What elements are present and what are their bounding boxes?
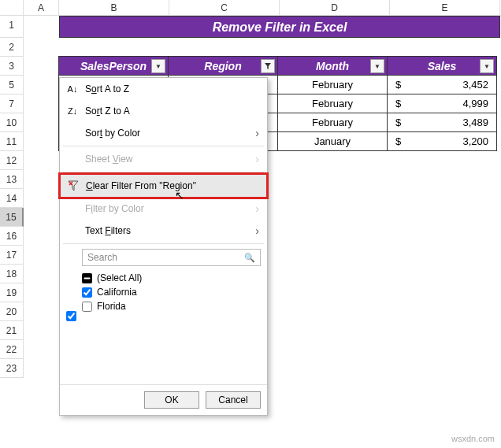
filter-context-menu: A↓ Sort A to Z Z↓ Sort Z to A Sort by Co… [59,77,268,416]
filter-dropdown-icon[interactable]: ▼ [480,59,494,73]
clear-filter-item[interactable]: Clear Filter From "Region" [61,175,266,197]
text-filters-item[interactable]: Text Filters [60,220,267,242]
checkbox[interactable] [82,273,92,283]
checkbox-label: Florida [97,301,126,312]
button-row: OK Cancel [60,384,267,415]
row-header[interactable]: 21 [0,321,24,340]
sort-by-color-item[interactable]: Sort by Color [60,122,267,144]
header-label: Sales [428,60,457,72]
row-header[interactable]: 13 [0,170,24,189]
filter-dropdown-icon[interactable]: ▼ [370,59,384,73]
row-header[interactable]: 16 [0,227,24,246]
row-header[interactable]: 15 [0,208,24,227]
row-header[interactable]: 2 [0,38,24,57]
col-header-A[interactable]: A [24,0,59,15]
watermark: wsxdn.com [451,434,495,443]
search-input[interactable]: Search [82,249,261,266]
filter-by-color-item: Filter by Color [60,198,267,220]
filter-dropdown-icon[interactable]: ▼ [151,59,165,73]
sort-az-item[interactable]: A↓ Sort A to Z [60,78,267,100]
row-header[interactable]: 18 [0,265,24,283]
row-header[interactable]: 1 [0,16,24,38]
checkbox[interactable] [82,302,92,312]
select-all-corner[interactable] [0,0,24,15]
ok-button[interactable]: OK [144,391,199,409]
row-header[interactable]: 5 [0,76,24,94]
cell-sales[interactable]: $3,452 [387,75,497,94]
col-header-C[interactable]: C [169,0,280,15]
clear-filter-icon [67,180,80,192]
row-header[interactable]: 20 [0,302,24,321]
checkbox[interactable] [82,287,92,298]
filter-value-item[interactable]: California [82,285,261,299]
row-header[interactable]: 19 [0,283,24,302]
row-headers: 1 2 3 5 7 10 11 12 13 14 15 16 17 18 19 … [0,16,24,378]
row-header[interactable]: 22 [0,340,24,359]
menu-separator [63,243,264,244]
row-header[interactable]: 12 [0,151,24,170]
header-salesperson: SalesPerson ▼ [58,56,169,76]
column-headers-row: A B C D E [0,0,501,16]
cell-month[interactable]: February [277,113,388,132]
select-all-item[interactable]: (Select All) [82,271,261,285]
row-header[interactable]: 23 [0,359,24,378]
checkbox-label: (Select All) [97,272,142,283]
row-header[interactable]: 11 [0,132,24,151]
col-header-D[interactable]: D [280,0,390,15]
sort-az-icon: A↓ [66,83,79,95]
menu-separator [63,146,264,146]
cell-month[interactable]: February [277,75,388,94]
header-label: SalesPerson [80,60,147,72]
col-header-E[interactable]: E [390,0,500,15]
master-checkbox[interactable] [66,311,76,321]
header-label: Region [204,60,241,72]
row-header[interactable]: 10 [0,113,24,132]
col-header-B[interactable]: B [59,0,169,15]
sheet-view-item: Sheet View [60,148,267,170]
header-month: Month ▼ [277,56,388,76]
row-header[interactable]: 14 [0,189,24,208]
filter-value-item[interactable]: Florida [82,299,261,313]
cell-sales[interactable]: $3,489 [387,113,497,132]
cancel-button[interactable]: Cancel [206,391,261,409]
filter-values-list: (Select All) California Florida [82,271,261,313]
row-header[interactable]: 7 [0,94,24,113]
header-sales: Sales ▼ [387,56,497,76]
cell-month[interactable]: February [277,94,388,113]
filter-dropdown-icon[interactable] [261,59,275,73]
cell-sales[interactable]: $4,999 [387,94,497,113]
row-header[interactable]: 17 [0,246,24,265]
sort-za-icon: Z↓ [66,105,79,117]
title-banner: Remove Filter in Excel [59,16,500,38]
header-label: Month [316,60,349,72]
checkbox-label: California [97,287,137,298]
cell-month[interactable]: January [277,131,388,151]
sort-za-item[interactable]: Z↓ Sort Z to A [60,100,267,122]
header-region: Region [168,56,278,76]
cell-sales[interactable]: $3,200 [387,131,497,151]
row-header[interactable]: 3 [0,57,24,76]
